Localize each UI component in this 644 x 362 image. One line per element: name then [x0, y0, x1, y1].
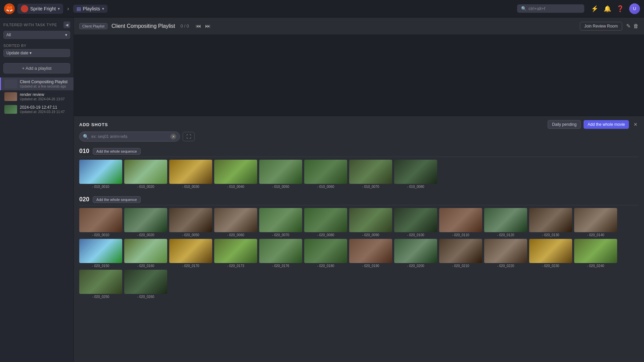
- shot-thumb-img: [214, 208, 257, 232]
- shot-020-0080[interactable]: - 020_0080: [304, 208, 347, 237]
- shot-020-0110[interactable]: - 020_0110: [439, 208, 482, 237]
- shot-label: - 020_0180: [317, 264, 334, 268]
- add-playlist-button[interactable]: + Add a playlist: [3, 63, 70, 73]
- shot-search-box[interactable]: 🔍 ex: seq01 anim=wfa ✕: [79, 132, 180, 142]
- shot-020-0100[interactable]: - 020_0100: [394, 208, 437, 237]
- add-shots-close-button[interactable]: ×: [632, 121, 639, 128]
- playlist-thumb-2: [4, 105, 17, 114]
- shot-020-0070[interactable]: - 020_0070: [259, 208, 302, 237]
- shot-010-0060[interactable]: - 010_0060: [304, 160, 347, 189]
- shot-020-0120[interactable]: - 020_0120: [484, 208, 527, 237]
- shot-020-row3-8[interactable]: - 020_0260: [124, 270, 167, 299]
- sequence-group-010: 010 Add the whole sequence - 010_0010 - …: [79, 146, 639, 189]
- shot-010-0030[interactable]: - 010_0030: [169, 160, 212, 189]
- user-avatar[interactable]: U: [629, 3, 640, 14]
- sort-select[interactable]: Update date ▾: [3, 49, 70, 57]
- project-selector[interactable]: Sprite Fright ▾: [17, 4, 63, 14]
- add-whole-sequence-020-button[interactable]: Add the whole sequence: [93, 196, 140, 203]
- global-search[interactable]: 🔍 ctrl+alt+f: [517, 4, 584, 13]
- sequence-number-010: 010: [79, 148, 89, 155]
- playlist-next-button[interactable]: ⏭: [204, 22, 212, 30]
- shot-020-0010[interactable]: - 020_0010: [79, 208, 122, 237]
- shot-020-0140[interactable]: - 020_0140: [574, 208, 617, 237]
- shot-label: - 020_0100: [407, 233, 424, 237]
- shot-thumb-img: [214, 239, 257, 263]
- shot-020-row3-6[interactable]: - 020_0240: [574, 239, 617, 268]
- playlist-thumb-1: [4, 92, 17, 101]
- shot-010-0050[interactable]: - 010_0050: [259, 160, 302, 189]
- shot-020-0090[interactable]: - 020_0090: [349, 208, 392, 237]
- shot-label: - 010_0030: [182, 185, 199, 189]
- playlist-header: Client Playlist Client Compositing Playl…: [74, 17, 644, 35]
- shot-020-0173[interactable]: - 020_0173: [214, 239, 257, 268]
- shot-020-0130[interactable]: - 020_0130: [529, 208, 572, 237]
- shot-020-row3-2[interactable]: - 020_0200: [394, 239, 437, 268]
- sort-label: SORTED BY: [0, 42, 74, 48]
- app-logo: 🦊: [4, 3, 15, 14]
- playlist-prev-button[interactable]: ⏮: [194, 22, 202, 30]
- filter-select[interactable]: All ▾: [3, 31, 70, 39]
- search-icon: 🔍: [521, 6, 526, 11]
- delete-icon[interactable]: 🗑: [633, 23, 639, 29]
- playlists-label: Playlists: [83, 6, 100, 11]
- shot-020-0176[interactable]: - 020_0176: [259, 239, 302, 268]
- shots-scroll-area[interactable]: 010 Add the whole sequence - 010_0010 - …: [74, 146, 644, 362]
- topnav-icons: ⚡ 🔔 ❓ U: [591, 3, 640, 14]
- shot-010-0020[interactable]: - 010_0020: [124, 160, 167, 189]
- shot-thumb-img: [124, 270, 167, 294]
- shot-010-0070[interactable]: - 010_0070: [349, 160, 392, 189]
- playlist-item-0[interactable]: Client Compositing Playlist Updated at: …: [0, 77, 74, 90]
- add-shots-panel: ADD SHOTS Daily pending Add the whole mo…: [74, 115, 644, 362]
- shot-thumb-img: [169, 239, 212, 263]
- shot-search-placeholder: ex: seq01 anim=wfa: [91, 134, 168, 139]
- shot-020-0020[interactable]: - 020_0020: [124, 208, 167, 237]
- bell-icon[interactable]: 🔔: [604, 5, 611, 12]
- shots-row-020: - 020_0010 - 020_0020 - 020_0050 -: [79, 208, 639, 299]
- shot-020-0150[interactable]: - 020_0150: [79, 239, 122, 268]
- shot-020-0160[interactable]: - 020_0160: [124, 239, 167, 268]
- add-whole-movie-button[interactable]: Add the whole movie: [584, 120, 629, 129]
- add-whole-sequence-010-button[interactable]: Add the whole sequence: [93, 148, 140, 155]
- shot-filter-button[interactable]: ⛶: [183, 132, 195, 141]
- shot-label: - 020_0150: [92, 264, 109, 268]
- shot-010-0080[interactable]: - 010_0080: [394, 160, 437, 189]
- shot-020-0170[interactable]: - 020_0170: [169, 239, 212, 268]
- sidebar-collapse-button[interactable]: ◀: [63, 21, 70, 28]
- help-icon[interactable]: ❓: [616, 5, 624, 12]
- shot-020-row3-5[interactable]: - 020_0230: [529, 239, 572, 268]
- shot-label: - 010_0070: [362, 185, 379, 189]
- shot-thumb-img: [124, 208, 167, 232]
- join-review-button[interactable]: Join Review Room: [580, 22, 622, 31]
- playlist-item-1[interactable]: render review Updated at: 2024-04-26 13:…: [0, 90, 74, 103]
- playlists-nav[interactable]: ▤ Playlists ▾: [73, 5, 107, 13]
- shot-020-0180[interactable]: - 020_0180: [304, 239, 347, 268]
- bolt-icon[interactable]: ⚡: [591, 5, 598, 12]
- shot-label: - 010_0060: [317, 185, 334, 189]
- shot-020-row3-3[interactable]: - 020_0210: [439, 239, 482, 268]
- shot-thumb-img: [349, 208, 392, 232]
- playlist-item-2[interactable]: 2024-03-19 12:47:11 Updated at: 2024-03-…: [0, 103, 74, 116]
- shot-thumb-img: [259, 160, 302, 184]
- shot-020-row3-4[interactable]: - 020_0220: [484, 239, 527, 268]
- search-clear-button[interactable]: ✕: [170, 134, 176, 140]
- shot-thumb-img: [529, 239, 572, 263]
- shot-020-0050[interactable]: - 020_0050: [169, 208, 212, 237]
- edit-icon[interactable]: ✎: [626, 23, 631, 29]
- filter-row: FILTERED WITH TASK TYPE ◀: [0, 21, 74, 30]
- shot-020-0060[interactable]: - 020_0060: [214, 208, 257, 237]
- shot-020-row3-1[interactable]: - 020_0190: [349, 239, 392, 268]
- daily-pending-button[interactable]: Daily pending: [548, 120, 581, 129]
- shot-020-row3-7[interactable]: - 020_0250: [79, 270, 122, 299]
- shot-label: - 020_0020: [137, 233, 154, 237]
- shot-label: - 010_0050: [272, 185, 289, 189]
- playlists-icon: ▤: [77, 6, 81, 11]
- shot-label: - 020_0190: [362, 264, 379, 268]
- shot-010-0010[interactable]: - 010_0010: [79, 160, 122, 189]
- shot-thumb-img: [214, 160, 257, 184]
- shot-thumb-img: [529, 208, 572, 232]
- shot-label: - 020_0230: [542, 264, 559, 268]
- shot-010-0040[interactable]: - 010_0040: [214, 160, 257, 189]
- sort-chevron-icon: ▾: [30, 51, 32, 55]
- shot-label: - 020_0060: [227, 233, 244, 237]
- sort-value: Update date: [6, 51, 28, 55]
